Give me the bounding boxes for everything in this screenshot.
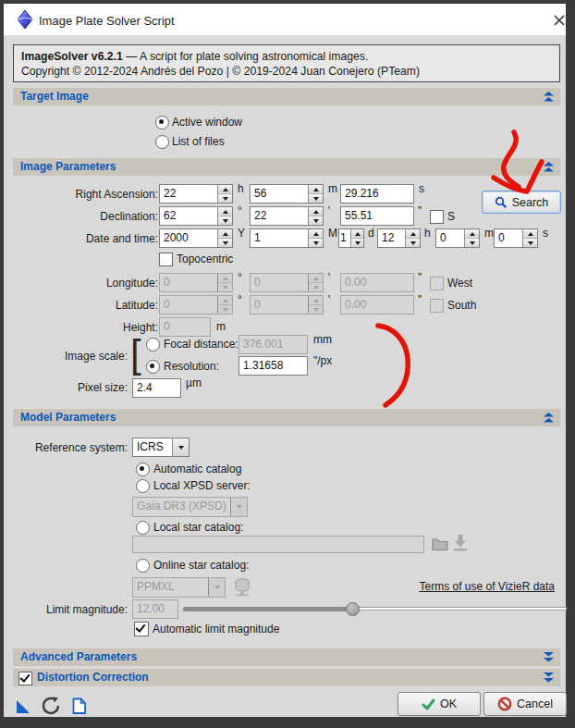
section-advanced-parameters[interactable]: Advanced Parameters [13,648,560,666]
second-value[interactable]: 0 [495,229,522,247]
section-target-image[interactable]: Target Image [13,87,560,105]
slider-track-empty[interactable] [348,607,567,611]
month-spinbox[interactable]: 1 [250,228,324,248]
spin-up-icon[interactable] [309,229,323,238]
dec-degrees-spinbox[interactable]: 62 [159,206,233,226]
ra-label: Right Ascension: [18,188,158,201]
spin-down-icon[interactable] [218,216,232,225]
spin-up-icon[interactable] [309,185,323,193]
spin-down-icon[interactable] [309,193,323,203]
day-value[interactable]: 1 [339,229,350,247]
documentation-icon[interactable] [72,697,87,715]
ra-minutes-value[interactable]: 56 [251,185,308,203]
year-spinbox[interactable]: 2000 [159,228,233,248]
spin-down-icon[interactable] [406,238,420,247]
radio-resolution[interactable] [146,360,160,374]
section-image-parameters[interactable]: Image Parameters [13,157,560,176]
dec-seconds-field[interactable]: 55.51 [340,206,414,226]
slider-track-filled[interactable] [183,607,348,611]
ok-button[interactable]: OK [398,692,481,716]
spin-up-icon[interactable] [218,229,232,238]
chevron-double-up-icon[interactable] [544,162,554,172]
script-info-box: ImageSolver v6.2.1 — A script for plate … [13,44,560,82]
automatic-limit-magnitude-checkbox[interactable] [134,622,149,636]
spin-up-icon[interactable] [218,185,232,193]
spin-down-icon[interactable] [309,216,323,225]
search-button[interactable]: Search [482,191,561,214]
hour-value[interactable]: 12 [378,229,405,247]
spin-up-icon[interactable] [523,229,537,238]
longitude-seconds-field: 0.00 [340,273,414,292]
dec-seconds-value[interactable]: 55.51 [341,207,413,225]
chevron-double-up-icon[interactable] [544,92,554,102]
radio-list-of-files[interactable] [155,135,169,149]
limit-magnitude-slider-handle[interactable] [346,602,360,616]
minute-spinbox[interactable]: 0 [435,228,480,248]
chevron-double-down-icon[interactable] [544,672,554,683]
close-icon[interactable] [554,15,565,26]
radio-focal-distance[interactable] [146,338,160,352]
download-icon[interactable] [452,534,469,551]
radio-local-star-catalog[interactable] [136,521,150,535]
section-distortion-correction[interactable]: Distortion Correction [13,668,560,686]
limit-magnitude-label: Limit magnitude: [9,603,128,616]
radio-list-of-files-label: List of files [172,135,225,148]
dec-label: Declination: [18,210,158,223]
day-unit: d [368,227,374,240]
image-plate-solver-dialog: Image Plate Solver Script ImageSolver v6… [0,0,575,728]
day-spinbox[interactable]: 1 [338,228,364,248]
spin-down-icon[interactable] [351,238,363,247]
spin-down-icon[interactable] [218,238,232,247]
reset-icon[interactable] [41,696,61,716]
reference-system-combo[interactable]: ICRS [132,438,190,457]
vizier-terms-link[interactable]: Terms of use of VizieR data [351,580,555,593]
radio-automatic-catalog[interactable] [136,463,150,476]
chevron-double-up-icon[interactable] [544,413,554,423]
ra-seconds-value[interactable]: 29.216 [341,185,413,203]
west-label: West [447,277,472,290]
month-value[interactable]: 1 [251,229,308,247]
spin-up-icon[interactable] [309,207,323,216]
longitude-degrees-unit: ° [238,271,242,284]
ra-seconds-field[interactable]: 29.216 [340,184,414,204]
spin-up-icon[interactable] [465,229,479,238]
dec-minutes-spinbox[interactable]: 22 [250,206,324,226]
hour-spinbox[interactable]: 12 [377,228,421,248]
section-model-parameters[interactable]: Model Parameters [13,408,560,426]
spin-down-icon[interactable] [218,193,232,203]
dec-minutes-value[interactable]: 22 [251,207,308,225]
folder-icon[interactable] [432,537,448,551]
topocentric-checkbox[interactable] [159,253,173,266]
distortion-correction-checkbox[interactable] [18,672,32,685]
spin-up-icon[interactable] [406,229,420,238]
spin-down-icon[interactable] [465,238,479,247]
minute-value[interactable]: 0 [436,229,464,247]
ok-button-label: OK [440,697,457,710]
radio-online-star-catalog[interactable] [136,559,150,573]
radio-active-window[interactable] [155,116,169,130]
ra-minutes-spinbox[interactable]: 56 [250,184,324,204]
resolution-value[interactable]: 1.31658 [239,357,307,375]
pixel-size-value[interactable]: 2.4 [133,379,180,397]
ra-hours-value[interactable]: 22 [160,185,217,203]
spin-down-icon[interactable] [309,238,323,247]
spin-down-icon[interactable] [523,238,537,247]
latitude-degrees-spinbox: 0 [159,295,233,315]
section-title: Target Image [20,90,89,103]
spin-up-icon[interactable] [218,207,232,216]
cancel-button[interactable]: Cancel [483,692,567,716]
second-spinbox[interactable]: 0 [494,228,538,248]
dec-degrees-value[interactable]: 62 [160,207,217,225]
spin-up-icon[interactable] [351,229,363,238]
pixel-size-field[interactable]: 2.4 [132,378,181,398]
dec-south-checkbox[interactable] [430,210,444,224]
radio-local-xpsd-server[interactable] [136,479,150,493]
resolution-field[interactable]: 1.31658 [239,356,308,376]
chevron-double-down-icon[interactable] [544,652,554,662]
ra-hours-spinbox[interactable]: 22 [159,184,233,204]
year-value[interactable]: 2000 [160,229,217,247]
local-star-catalog-path-value [133,537,423,552]
new-instance-icon[interactable] [15,698,31,714]
height-value: 0 [160,318,210,336]
chevron-down-icon[interactable] [172,438,189,456]
